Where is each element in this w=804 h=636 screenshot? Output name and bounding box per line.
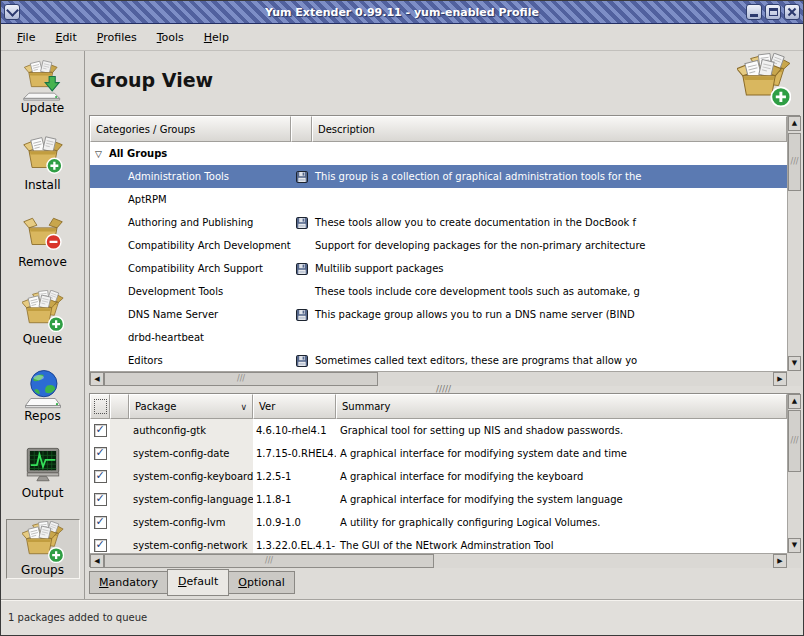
sidebar-item-install[interactable]: Install	[7, 134, 79, 194]
sidebar-item-output[interactable]: Output	[7, 442, 79, 502]
maximize-button[interactable]	[765, 4, 781, 20]
tab-mandatory[interactable]: Mandatory	[89, 571, 168, 594]
group-row[interactable]: Editors Sometimes called text editors, t…	[90, 349, 787, 371]
package-table-body: ✓ authconfig-gtk 4.6.10-rhel4.1 Graphica…	[90, 419, 787, 553]
column-header-checkbox[interactable]	[90, 394, 110, 419]
group-row[interactable]: AptRPM	[90, 188, 787, 211]
package-checkbox[interactable]: ✓	[94, 447, 107, 460]
sidebar-label: Repos	[24, 409, 60, 423]
sidebar-item-repos[interactable]: Repos	[7, 365, 79, 425]
group-row[interactable]: Development Tools These tools include co…	[90, 280, 787, 303]
check-icon: ✓	[95, 493, 104, 504]
tab-default[interactable]: Default	[167, 569, 229, 596]
titlebar[interactable]: Yum Extender 0.99.11 - yum-enabled Profi…	[1, 1, 803, 24]
scrollbar-corner	[787, 553, 801, 568]
group-row[interactable]: Compatibility Arch Development Support S…	[90, 234, 787, 257]
group-row-selected[interactable]: Administration Tools This group is a col…	[90, 165, 787, 188]
scroll-right-button[interactable]: ▶	[773, 554, 787, 568]
package-horizontal-scrollbar[interactable]: ◀ /// ▶	[90, 553, 787, 568]
sidebar-label: Update	[21, 101, 64, 115]
package-checkbox[interactable]: ✓	[94, 424, 107, 437]
group-row[interactable]: Compatibility Arch Support Multilib supp…	[90, 257, 787, 280]
queue-icon	[22, 290, 64, 332]
column-header-categories[interactable]: Categories / Groups	[90, 116, 291, 142]
scrollbar-thumb[interactable]: ///	[104, 554, 434, 568]
package-row[interactable]: ✓ system-config-network 1.3.22.0.EL.4.1-…	[90, 534, 787, 553]
sidebar-item-remove[interactable]: Remove	[7, 211, 79, 271]
column-header-description[interactable]: Description	[312, 116, 787, 142]
close-button[interactable]	[784, 4, 800, 20]
pane-splitter[interactable]: /////	[85, 385, 802, 393]
package-row[interactable]: ✓ system-config-keyboard 1.2.5-1 A graph…	[90, 465, 787, 488]
scroll-up-button[interactable]: ▲	[788, 116, 801, 131]
column-header-icon[interactable]	[291, 116, 312, 142]
group-view-icon	[737, 53, 791, 107]
check-icon: ✓	[95, 539, 104, 550]
package-row[interactable]: ✓ system-config-date 1.7.15-0.RHEL4.1 A …	[90, 442, 787, 465]
output-icon	[22, 444, 64, 486]
tree-vertical-scrollbar[interactable]: ▲ /// ▼	[787, 116, 801, 371]
package-vertical-scrollbar[interactable]: ▲ /// ▼	[787, 394, 801, 553]
sidebar-label: Output	[22, 486, 64, 500]
package-row[interactable]: ✓ system-config-language 1.1.8-1 A graph…	[90, 488, 787, 511]
group-row[interactable]: Authoring and Publishing These tools all…	[90, 211, 787, 234]
scroll-left-button[interactable]: ◀	[90, 372, 104, 386]
scrollbar-corner	[787, 371, 801, 386]
remove-icon	[22, 213, 64, 255]
package-type-tabs: Mandatory Default Optional	[89, 569, 294, 596]
media-icon	[296, 217, 308, 229]
chevron-down-icon	[6, 4, 19, 17]
package-checkbox[interactable]: ✓	[94, 516, 107, 529]
group-row[interactable]: ▽All Groups	[90, 142, 787, 165]
scroll-down-button[interactable]: ▼	[788, 356, 801, 371]
group-row[interactable]: drbd-heartbeat	[90, 326, 787, 349]
scroll-up-button[interactable]: ▲	[788, 394, 801, 409]
expander-icon[interactable]: ▽	[95, 149, 102, 159]
package-row[interactable]: ✓ system-config-lvm 1.0.9-1.0 A utility …	[90, 511, 787, 534]
sidebar-item-groups[interactable]: Groups	[6, 519, 80, 579]
sidebar-item-queue[interactable]: Queue	[7, 288, 79, 348]
menu-file[interactable]: File	[7, 27, 45, 48]
column-header-ver[interactable]: Ver	[253, 394, 336, 419]
media-icon	[296, 263, 308, 275]
scrollbar-thumb[interactable]: ///	[788, 133, 801, 191]
maximize-icon	[769, 8, 778, 16]
window-menu-button[interactable]	[4, 4, 20, 20]
groups-icon	[22, 521, 64, 563]
media-icon	[296, 355, 308, 367]
menu-profiles[interactable]: Profiles	[87, 27, 147, 48]
tab-optional[interactable]: Optional	[228, 571, 295, 594]
package-checkbox[interactable]: ✓	[94, 539, 107, 552]
focus-rect	[94, 399, 107, 414]
scroll-left-button[interactable]: ◀	[90, 554, 104, 568]
menu-tools[interactable]: Tools	[147, 27, 194, 48]
package-checkbox[interactable]: ✓	[94, 493, 107, 506]
column-header-summary[interactable]: Summary	[336, 394, 787, 419]
repos-icon	[22, 367, 64, 409]
check-icon: ✓	[95, 470, 104, 481]
package-row[interactable]: ✓ authconfig-gtk 4.6.10-rhel4.1 Graphica…	[90, 419, 787, 442]
group-tree: Categories / Groups Description ▽All Gro…	[89, 115, 800, 385]
column-header-package[interactable]: Package∨	[129, 394, 253, 419]
package-checkbox[interactable]: ✓	[94, 470, 107, 483]
sidebar-item-update[interactable]: Update	[7, 57, 79, 117]
minimize-button[interactable]	[746, 4, 762, 20]
group-row[interactable]: DNS Name Server This package group allow…	[90, 303, 787, 326]
close-icon	[787, 7, 797, 17]
media-icon	[296, 171, 308, 183]
column-header-blank[interactable]	[110, 394, 129, 419]
menu-edit[interactable]: Edit	[45, 27, 86, 48]
scroll-right-button[interactable]: ▶	[773, 372, 787, 386]
minimize-icon	[750, 14, 758, 17]
content-area: Group View Categories / Groups Descripti…	[85, 51, 803, 599]
scroll-down-button[interactable]: ▼	[788, 538, 801, 553]
sidebar-label: Remove	[18, 255, 67, 269]
status-text: 1 packages added to queue	[8, 612, 147, 623]
scrollbar-thumb[interactable]: ///	[788, 410, 801, 472]
menu-help[interactable]: Help	[194, 27, 239, 48]
page-title: Group View	[90, 69, 213, 91]
check-icon: ✓	[95, 516, 104, 527]
sidebar-label: Queue	[23, 332, 62, 346]
package-table-header: Package∨ Ver Summary	[90, 394, 787, 419]
scrollbar-thumb[interactable]: ///	[104, 372, 378, 386]
